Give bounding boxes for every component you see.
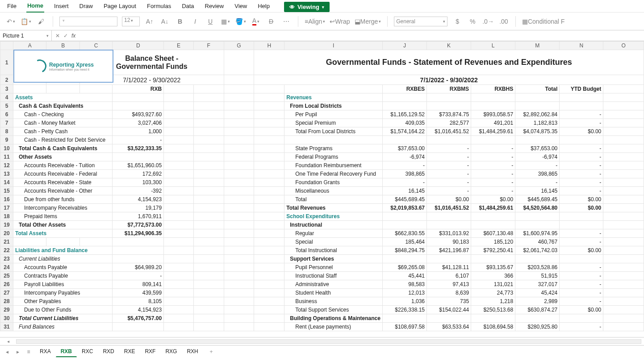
cell-D28[interactable]: 8,105 xyxy=(113,297,164,306)
cell-I30[interactable]: Building Operations & Maintenance xyxy=(284,314,383,323)
col-header-B[interactable]: B xyxy=(46,42,79,50)
sheet-tab-rxh[interactable]: RXH xyxy=(182,346,203,357)
cell-L8[interactable]: $1,484,259.61 xyxy=(471,127,515,136)
cell-E12[interactable] xyxy=(164,161,194,170)
cell-K30[interactable] xyxy=(427,314,471,323)
row-header-24[interactable]: 24 xyxy=(0,263,13,272)
cell-D23[interactable] xyxy=(113,255,164,263)
cell-M21[interactable]: 460,767 xyxy=(515,238,560,246)
cell-H10[interactable] xyxy=(254,144,284,153)
cell-M7[interactable]: 1,182,813 xyxy=(515,119,560,127)
cell-L7[interactable]: 491,201 xyxy=(471,119,515,127)
cell-N30[interactable] xyxy=(560,314,603,323)
cell-H15[interactable] xyxy=(254,187,284,195)
cell-N15[interactable]: - xyxy=(560,187,603,195)
cell-H25[interactable] xyxy=(254,272,284,280)
cell-J13[interactable]: 398,865 xyxy=(382,170,427,178)
cell-A6[interactable]: Cash - Checking xyxy=(13,110,113,119)
row-header-1[interactable]: 1 xyxy=(0,50,13,75)
cell-J8[interactable]: $1,574,164.22 xyxy=(382,127,427,136)
cell-E28[interactable] xyxy=(164,297,194,306)
cell-I28[interactable]: Business xyxy=(284,297,383,306)
conditional-formatting-button[interactable]: ▦ Conditional F xyxy=(522,16,565,27)
cell-F19[interactable] xyxy=(193,221,224,229)
cell-I5[interactable]: From Local Districts xyxy=(284,102,383,110)
cell-K23[interactable] xyxy=(427,255,471,263)
cell-M4[interactable] xyxy=(515,93,560,102)
cell-M20[interactable]: $1,600,974.95 xyxy=(515,229,560,238)
cell-D27[interactable]: 439,599 xyxy=(113,289,164,297)
cell-J29[interactable]: $226,338.15 xyxy=(382,306,427,314)
cell-N16[interactable]: $0.00 xyxy=(560,195,603,204)
cell-J4[interactable] xyxy=(382,93,427,102)
cell-I14[interactable]: Foundation Grants xyxy=(284,178,383,187)
cell-L15[interactable]: - xyxy=(471,187,515,195)
cell-E27[interactable] xyxy=(164,289,194,297)
row-header-28[interactable]: 28 xyxy=(0,297,13,306)
cell-N6[interactable]: - xyxy=(560,110,603,119)
cell-K13[interactable]: - xyxy=(427,170,471,178)
col-header-E[interactable]: E xyxy=(164,42,194,50)
menu-insert[interactable]: Insert xyxy=(53,2,70,12)
cell-M27[interactable]: 45,424 xyxy=(515,289,560,297)
cell-N23[interactable] xyxy=(560,255,603,263)
cell-O10[interactable] xyxy=(603,144,644,153)
cell-I12[interactable]: Foundation Reimbursement xyxy=(284,161,383,170)
cell-D30[interactable]: $5,476,757.00 xyxy=(113,314,164,323)
cell-F18[interactable] xyxy=(193,212,224,221)
cell-F4[interactable] xyxy=(193,93,224,102)
cell-O30[interactable] xyxy=(603,314,644,323)
add-sheet-button[interactable]: ＋ xyxy=(205,348,217,355)
increase-decimal-button[interactable]: .0→ xyxy=(482,16,494,27)
row-header-19[interactable]: 19 xyxy=(0,221,13,229)
cell-M24[interactable]: $203,528.86 xyxy=(515,263,560,272)
row-header-4[interactable]: 4 xyxy=(0,93,13,102)
underline-button[interactable]: U xyxy=(205,16,216,27)
cell-I19[interactable]: Instructional xyxy=(284,221,383,229)
cell-M25[interactable]: 51,915 xyxy=(515,272,560,280)
cell-H23[interactable] xyxy=(254,255,284,263)
cell-G19[interactable] xyxy=(224,221,254,229)
cell-E26[interactable] xyxy=(164,280,194,289)
wrap-text-button[interactable]: ↩ Wrap xyxy=(330,16,350,27)
merge-button[interactable]: ⬓ Merge xyxy=(355,16,381,27)
cell-K8[interactable]: $1,016,451.52 xyxy=(427,127,471,136)
cell-L24[interactable]: $93,135.67 xyxy=(471,263,515,272)
menu-review[interactable]: Review xyxy=(204,2,225,12)
cell-N20[interactable]: - xyxy=(560,229,603,238)
cell-M28[interactable]: 2,989 xyxy=(515,297,560,306)
cell-E21[interactable] xyxy=(164,238,194,246)
cell-O17[interactable] xyxy=(603,204,644,212)
cell-L30[interactable] xyxy=(471,314,515,323)
cell-K25[interactable]: 6,107 xyxy=(427,272,471,280)
cell-A19[interactable]: Total Other Assets xyxy=(13,221,113,229)
cell-K7[interactable]: 282,577 xyxy=(427,119,471,127)
cell-M17[interactable]: $4,520,564.80 xyxy=(515,204,560,212)
col-header-F[interactable]: F xyxy=(193,42,224,50)
col-header-J[interactable]: J xyxy=(382,42,427,50)
cell-N25[interactable]: - xyxy=(560,272,603,280)
cell-A14[interactable]: Accounts Receivable - State xyxy=(13,178,113,187)
row-header-9[interactable]: 9 xyxy=(0,136,13,144)
name-box[interactable]: Picture 1▾ xyxy=(0,30,52,41)
cell-G1[interactable] xyxy=(224,50,254,75)
cell-G21[interactable] xyxy=(224,238,254,246)
cell-I26[interactable]: Administrative xyxy=(284,280,383,289)
cell-I9[interactable] xyxy=(284,136,383,144)
cell-D3[interactable]: RXB xyxy=(113,85,164,93)
cell-L25[interactable]: 366 xyxy=(471,272,515,280)
cell-A25[interactable]: Contracts Payable xyxy=(13,272,113,280)
row-header-15[interactable]: 15 xyxy=(0,187,13,195)
cell-I27[interactable]: Student Health xyxy=(284,289,383,297)
menu-page-layout[interactable]: Page Layout xyxy=(103,2,137,12)
paste-button[interactable]: 📋 xyxy=(21,16,31,27)
row-header-10[interactable]: 10 xyxy=(0,144,13,153)
cell-L28[interactable]: 1,218 xyxy=(471,297,515,306)
cancel-formula-button[interactable]: ✕ xyxy=(55,33,60,39)
cell-G14[interactable] xyxy=(224,178,254,187)
menu-help[interactable]: Help xyxy=(257,2,271,12)
menu-data[interactable]: Data xyxy=(181,2,195,12)
cell-K24[interactable]: $41,128.11 xyxy=(427,263,471,272)
cell-G9[interactable] xyxy=(224,136,254,144)
cell-G16[interactable] xyxy=(224,195,254,204)
